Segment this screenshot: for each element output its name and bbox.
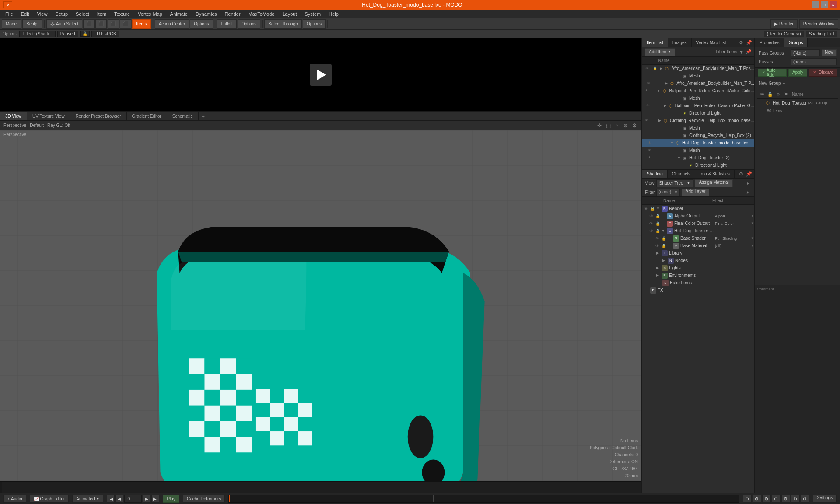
pass-groups-dropdown[interactable]: (None) [791,49,820,56]
menu-view[interactable]: View [34,10,51,18]
next-frame-button[interactable]: ▶ [143,495,150,503]
expand-arrow-5[interactable]: ▶ [662,104,668,108]
menu-file[interactable]: File [2,10,17,18]
menu-animate[interactable]: Animate [167,10,191,18]
select-through-button[interactable]: Select Through [264,19,302,29]
shader-lock-base-shader[interactable]: 🔒 [662,236,668,241]
model-button[interactable]: Model [2,19,21,29]
home-icon[interactable]: ⌂ [613,122,620,129]
expand-arrow-12[interactable]: ▼ [676,156,682,160]
shader-expand-toaster[interactable]: ▼ [662,229,667,233]
tree-item-1[interactable]: ▣ Mesh [642,72,754,80]
tree-item-13[interactable]: ☀ Directional Light [642,161,754,169]
expand-arrow-7[interactable]: ▶ [657,119,662,122]
skip-start-button[interactable]: |◀ [107,495,115,503]
status-icon-6[interactable]: ⚙ [791,495,800,503]
filter-none-dropdown[interactable]: (none) ▼ [656,189,680,196]
expand-arrow-10[interactable]: ▼ [669,141,675,145]
shader-item-base-material[interactable]: 👁 🔒 M Base Material (all) ▼ [642,242,754,249]
shading-dropdown[interactable]: Shading: Full [806,31,837,37]
eye-icon-12[interactable]: 👁 [648,156,651,160]
status-icon-1[interactable]: ⚙ [743,495,752,503]
tree-item-5[interactable]: 👁 ▶ ⬡ Ballpoint_Pen_Rolex_Caran_dAche_G.… [642,102,754,109]
eye-icon-10[interactable]: 👁 [648,141,651,145]
effect-dropdown-base-material[interactable]: ▼ [751,244,754,248]
shader-item-environments[interactable]: ▶ E Environments [642,272,754,279]
shader-expand-nodes[interactable]: ▶ [662,259,668,262]
tab-render-preset-browser[interactable]: Render Preset Browser [70,112,127,120]
render-window-button[interactable]: Render Window [799,19,838,29]
tab-groups[interactable]: Groups [784,38,808,47]
tab-properties[interactable]: Properties [755,38,784,47]
transform-btn1[interactable]: ⬛ [83,19,94,29]
audio-button[interactable]: ♪ Audio [4,495,26,503]
menu-render[interactable]: Render [221,10,244,18]
time-display[interactable]: 0 [124,495,142,503]
effect-dropdown-base-shader[interactable]: ▼ [751,236,754,240]
shader-tree[interactable]: 👁 🔒 ▼ R Render 👁 🔒 A Alpha Output [642,205,754,493]
timeline-scrubber[interactable] [228,495,739,503]
options-button-1[interactable]: Options [190,19,213,29]
tab-images[interactable]: Images [668,38,692,47]
panel-settings-icon[interactable]: ⚙ [738,39,745,46]
shader-item-nodes[interactable]: ▶ N Nodes [642,257,754,264]
status-icon-3[interactable]: ⚙ [762,495,771,503]
tree-item-6[interactable]: ☀ Directional Light [642,109,754,117]
render-button[interactable]: ▶ Render [770,19,798,29]
ray-gl-label[interactable]: Ray GL: Off [47,123,70,128]
action-center-button[interactable]: Action Center [155,19,189,29]
menu-texture[interactable]: Texture [111,10,133,18]
tree-item-8[interactable]: ▣ Mesh [642,124,754,132]
tree-item-7[interactable]: 👁 ▶ ⬡ Clothing_Recycle_Help_Box_modo_bas… [642,117,754,124]
status-icon-2[interactable]: ⚙ [752,495,761,503]
tab-add-button[interactable]: + [199,112,208,120]
shader-item-color[interactable]: 👁 🔒 C Final Color Output Final Color ▼ [642,220,754,227]
eye-icon-0[interactable]: 👁 [645,66,649,70]
shader-tree-dropdown[interactable]: Shader Tree ▼ [656,179,693,187]
menu-item[interactable]: Item [94,10,110,18]
shader-item-render[interactable]: 👁 🔒 ▼ R Render [642,205,754,212]
settings-button[interactable]: Settings [813,495,836,503]
menu-vertex-map[interactable]: Vertex Map [134,10,166,18]
menu-layout[interactable]: Layout [279,10,300,18]
effect-dropdown[interactable]: Effect: (Shadi... [19,31,55,37]
options-button-3[interactable]: Options [303,19,326,29]
timeline-ruler[interactable] [2,482,641,493]
tree-item-0[interactable]: 👁 🔒 ▶ ⬡ Afro_American_Bodybuilder_Man_T-… [642,65,754,72]
effect-dropdown-color[interactable]: ▼ [751,221,754,225]
eye-icon-2[interactable]: 👁 [647,81,650,85]
expand-arrow-3[interactable]: ▶ [656,89,662,93]
add-layer-button[interactable]: Add Layer [682,189,710,196]
options-button-2[interactable]: Options [238,19,260,29]
transform-btn2[interactable]: ⬛ [95,19,107,29]
shader-eye-alpha[interactable]: 👁 [649,214,655,218]
shader-item-lights[interactable]: ▶ ☀ Lights [642,264,754,272]
group-eye-icon[interactable]: 👁 [759,91,766,98]
item-tree[interactable]: 👁 🔒 ▶ ⬡ Afro_American_Bodybuilder_Man_T-… [642,65,754,169]
auto-select-button[interactable]: ⊹ Auto Select [46,19,82,29]
menu-dynamics[interactable]: Dynamics [192,10,220,18]
pin-icon[interactable]: 📌 [746,49,752,55]
menu-edit[interactable]: Edit [18,10,33,18]
eye-icon-5[interactable]: 👁 [646,104,650,108]
shader-eye-base-shader[interactable]: 👁 [655,236,662,241]
tab-vertex-map-list[interactable]: Vertex Map List [692,38,731,47]
shader-f-icon[interactable]: F [745,180,752,187]
shader-expand-lights[interactable]: ▶ [656,266,662,270]
animated-button[interactable]: Animated ▼ [72,495,103,503]
maximize-button[interactable]: □ [821,1,828,8]
shader-expand-environments[interactable]: ▶ [656,273,662,277]
menu-system[interactable]: System [301,10,325,18]
passes-dropdown[interactable]: (none) [791,58,836,65]
shader-eye-color[interactable]: 👁 [649,221,655,226]
filter-icon[interactable]: ▼ [739,49,744,55]
render-preview-viewport[interactable] [0,38,641,112]
3d-viewport[interactable]: x y z Perspective No Items Polygons : Ca… [0,130,641,481]
status-icon-4[interactable]: ⚙ [772,495,780,503]
group-tree-item-toaster[interactable]: ⬡ Hot_Dog_Toaster (3) : Group [757,99,838,107]
tab-gradient-editor[interactable]: Gradient Editor [127,112,167,120]
perspective-label[interactable]: Perspective [4,123,26,128]
panel-pin-icon[interactable]: 📌 [746,39,752,46]
shader-lock-color[interactable]: 🔒 [655,221,662,226]
shader-item-base-shader[interactable]: 👁 🔒 S Base Shader Full Shading ▼ [642,234,754,242]
